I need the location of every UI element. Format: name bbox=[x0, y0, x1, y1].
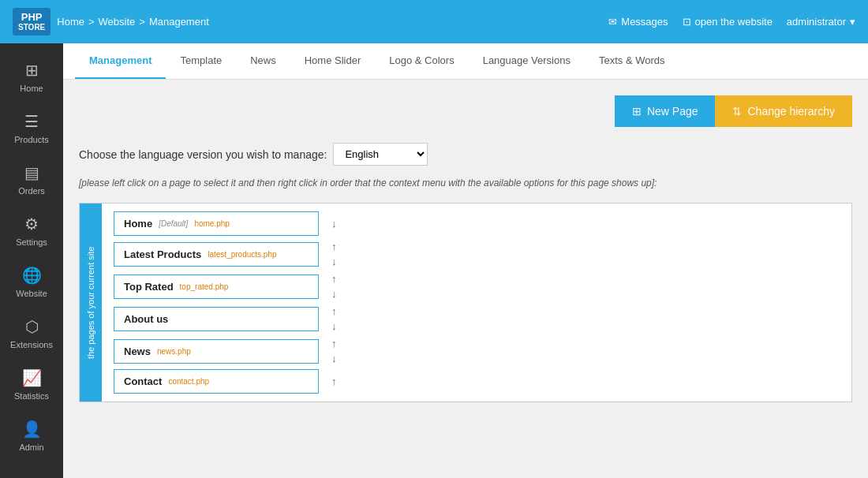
lang-chooser-label: Choose the language version you wish to … bbox=[79, 148, 327, 161]
admin-label: administrator bbox=[787, 16, 846, 28]
page-name: Contact bbox=[124, 375, 162, 387]
page-name: Latest Products bbox=[124, 248, 201, 260]
change-hierarchy-button[interactable]: ⇅ Change hierarchy bbox=[715, 95, 852, 127]
chevron-down-icon: ▾ bbox=[850, 16, 855, 28]
orders-icon: ▤ bbox=[24, 163, 39, 182]
new-page-icon: ⊞ bbox=[632, 105, 642, 118]
page-file: latest_products.php bbox=[208, 250, 276, 259]
sidebar: ⊞ Home ☰ Products ▤ Orders ⚙ Settings 🌐 … bbox=[0, 43, 63, 478]
page-row: Home[Default]home.php↓ bbox=[114, 211, 840, 236]
page-name: About us bbox=[124, 313, 168, 325]
statistics-icon: 📈 bbox=[22, 368, 42, 387]
main-content: Management Template News Home Slider Log… bbox=[63, 43, 868, 478]
page-row: Latest Productslatest_products.php↑↓ bbox=[114, 240, 840, 268]
hint-text: [please left click on a page to select i… bbox=[79, 177, 852, 189]
sidebar-item-label: Products bbox=[14, 135, 48, 144]
messages-label: Messages bbox=[621, 16, 668, 28]
sidebar-item-label: Admin bbox=[19, 443, 43, 452]
page-file: contact.php bbox=[168, 377, 209, 386]
page-name: News bbox=[124, 345, 151, 357]
tab-template[interactable]: Template bbox=[166, 43, 236, 79]
sidebar-item-label: Website bbox=[16, 289, 47, 298]
sidebar-item-admin[interactable]: 👤 Admin bbox=[0, 410, 63, 461]
arrow-controls: ↑ bbox=[329, 375, 339, 388]
sidebar-item-extensions[interactable]: ⬡ Extensions bbox=[0, 308, 63, 359]
move-down-button[interactable]: ↓ bbox=[329, 255, 339, 268]
lang-chooser: Choose the language version you wish to … bbox=[79, 143, 852, 166]
admin-dropdown[interactable]: administrator ▾ bbox=[787, 16, 855, 28]
sidebar-item-label: Home bbox=[20, 84, 43, 93]
move-down-button[interactable]: ↓ bbox=[329, 352, 339, 365]
page-file: home.php bbox=[194, 219, 229, 228]
message-icon: ✉ bbox=[608, 16, 617, 28]
breadcrumb-sep1: > bbox=[88, 16, 95, 28]
page-box[interactable]: Top Ratedtop_rated.php bbox=[114, 274, 319, 299]
move-down-button[interactable]: ↓ bbox=[329, 319, 339, 333]
header-right: ✉ Messages ⊡ open the website administra… bbox=[608, 16, 855, 28]
tab-language-versions[interactable]: Language Versions bbox=[469, 43, 585, 79]
page-box[interactable]: About us bbox=[114, 307, 319, 331]
tab-management[interactable]: Management bbox=[75, 43, 166, 79]
open-website-button[interactable]: ⊡ open the website bbox=[683, 16, 773, 28]
sidebar-item-label: Settings bbox=[16, 237, 47, 247]
page-box[interactable]: Latest Productslatest_products.php bbox=[114, 242, 319, 267]
top-header: PHP STORE Home > Website > Management ✉ … bbox=[0, 0, 868, 43]
lang-select[interactable]: English French German Spanish bbox=[333, 143, 428, 166]
breadcrumb: Home > Website > Management bbox=[57, 16, 209, 28]
page-default-tag: [Default] bbox=[159, 219, 188, 228]
move-down-button[interactable]: ↓ bbox=[329, 287, 339, 301]
tabs-bar: Management Template News Home Slider Log… bbox=[63, 43, 868, 80]
sidebar-item-label: Orders bbox=[18, 186, 45, 196]
move-up-button[interactable]: ↑ bbox=[329, 375, 339, 388]
breadcrumb-home[interactable]: Home bbox=[57, 16, 84, 28]
arrow-controls: ↑↓ bbox=[329, 337, 339, 365]
new-page-button[interactable]: ⊞ New Page bbox=[615, 95, 716, 127]
sidebar-item-orders[interactable]: ▤ Orders bbox=[0, 154, 63, 205]
page-file: top_rated.php bbox=[180, 282, 229, 291]
home-icon: ⊞ bbox=[25, 61, 39, 80]
settings-icon: ⚙ bbox=[24, 215, 39, 233]
sidebar-item-statistics[interactable]: 📈 Statistics bbox=[0, 359, 63, 410]
page-name: Home bbox=[124, 218, 152, 230]
products-icon: ☰ bbox=[24, 112, 39, 131]
move-up-button[interactable]: ↑ bbox=[329, 337, 339, 350]
sidebar-item-website[interactable]: 🌐 Website bbox=[0, 256, 63, 308]
tab-home-slider[interactable]: Home Slider bbox=[290, 43, 376, 79]
move-up-button[interactable]: ↑ bbox=[329, 304, 339, 318]
page-box[interactable]: Home[Default]home.php bbox=[114, 211, 319, 236]
extensions-icon: ⬡ bbox=[25, 317, 39, 336]
website-icon: 🌐 bbox=[22, 266, 42, 285]
sidebar-item-home[interactable]: ⊞ Home bbox=[0, 51, 63, 103]
tree-sidebar-label: the pages of your current site bbox=[80, 204, 102, 401]
arrow-controls: ↑↓ bbox=[329, 240, 339, 268]
buttons-row: ⊞ New Page ⇅ Change hierarchy bbox=[79, 95, 852, 127]
page-row: About us↑↓ bbox=[114, 304, 840, 333]
external-link-icon: ⊡ bbox=[683, 16, 691, 28]
sidebar-item-label: Statistics bbox=[14, 391, 49, 401]
arrow-controls: ↑↓ bbox=[329, 272, 339, 301]
tab-logo-colors[interactable]: Logo & Colors bbox=[375, 43, 468, 79]
pages-list: Home[Default]home.php↓Latest Productslat… bbox=[102, 204, 851, 401]
open-website-label: open the website bbox=[695, 16, 773, 28]
messages-button[interactable]: ✉ Messages bbox=[608, 16, 668, 28]
page-row: Contactcontact.php↑ bbox=[114, 369, 840, 394]
new-page-label: New Page bbox=[647, 105, 698, 118]
page-box[interactable]: Contactcontact.php bbox=[114, 369, 319, 394]
page-row: Newsnews.php↑↓ bbox=[114, 337, 840, 365]
move-down-button[interactable]: ↓ bbox=[329, 217, 339, 230]
sidebar-item-settings[interactable]: ⚙ Settings bbox=[0, 205, 63, 256]
move-up-button[interactable]: ↑ bbox=[329, 240, 339, 253]
arrow-controls: ↓ bbox=[329, 217, 339, 230]
hierarchy-icon: ⇅ bbox=[732, 105, 742, 118]
sidebar-item-products[interactable]: ☰ Products bbox=[0, 103, 63, 154]
breadcrumb-management[interactable]: Management bbox=[149, 16, 209, 28]
move-up-button[interactable]: ↑ bbox=[329, 272, 339, 286]
tab-news[interactable]: News bbox=[236, 43, 290, 79]
page-box[interactable]: Newsnews.php bbox=[114, 339, 319, 364]
arrow-controls: ↑↓ bbox=[329, 304, 339, 333]
tab-texts-words[interactable]: Texts & Words bbox=[585, 43, 679, 79]
pages-tree: the pages of your current site Home[Defa… bbox=[79, 203, 852, 402]
breadcrumb-website[interactable]: Website bbox=[99, 16, 136, 28]
breadcrumb-sep2: > bbox=[139, 16, 145, 28]
admin-icon: 👤 bbox=[22, 420, 42, 439]
